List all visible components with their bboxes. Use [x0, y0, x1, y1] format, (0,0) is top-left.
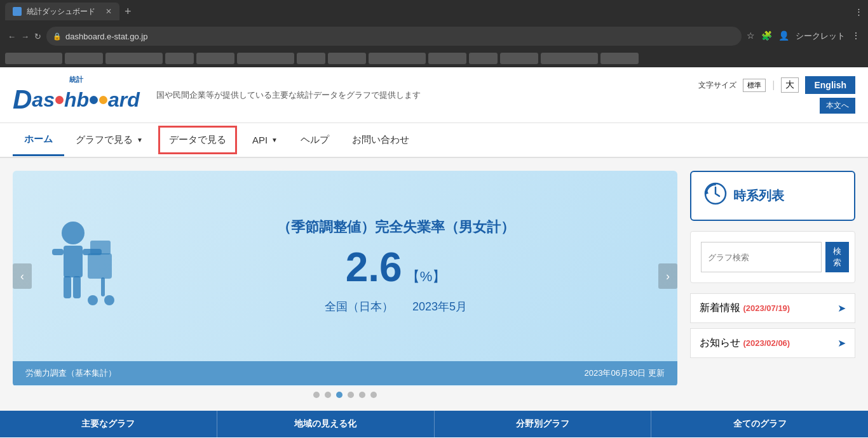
jikeiretsu-label: 時系列表 [733, 187, 784, 204]
carousel-location: 全国（日本） [325, 299, 393, 314]
carousel-content: （季節調整値）完全失業率（男女計） 2.6 【%】 全国（日本） 2023年5月 [133, 218, 658, 314]
url-input[interactable]: 🔒 dashboard.e-stat.go.jp [46, 27, 742, 46]
bottom-item-all-graphs[interactable]: 全てのグラフ [651, 411, 868, 437]
carousel-container: （季節調整値）完全失業率（男女計） 2.6 【%】 全国（日本） 2023年5月… [13, 171, 677, 387]
refresh-button[interactable]: ↻ [34, 32, 41, 41]
carousel-icon [32, 214, 114, 318]
font-divider: | [772, 79, 775, 91]
header-right: 文字サイズ 標準 | 大 English 本文へ [698, 76, 855, 114]
bottom-item-regional[interactable]: 地域の見える化 [217, 411, 435, 437]
search-row: 検索 [701, 242, 844, 272]
svg-rect-1 [64, 246, 83, 277]
carousel-inner: （季節調整値）完全失業率（男女計） 2.6 【%】 全国（日本） 2023年5月 [13, 171, 677, 361]
nav-api[interactable]: API [241, 126, 289, 154]
bookmark-3[interactable] [105, 53, 163, 64]
svg-rect-5 [73, 276, 81, 298]
svg-rect-2 [52, 249, 64, 255]
nav-home[interactable]: ホーム [13, 124, 64, 156]
bookmark-10[interactable] [428, 53, 466, 64]
carousel-dot-3[interactable] [336, 392, 342, 398]
extensions-icon[interactable]: 🧩 [761, 30, 772, 42]
carousel-value: 2.6 [346, 247, 402, 288]
bottom-bar: 主要なグラフ 地域の見える化 分野別グラフ 全てのグラフ [0, 411, 868, 437]
carousel-dot-1[interactable] [313, 392, 320, 398]
chrome-menu-icon[interactable]: ⋮ [851, 30, 860, 42]
profile-icon[interactable]: 👤 [778, 30, 789, 42]
tab-favicon [13, 7, 22, 16]
bookmark-2[interactable] [65, 53, 103, 64]
notice-header[interactable]: お知らせ (2023/02/06) ➤ [691, 329, 855, 357]
bookmark-11[interactable] [469, 53, 498, 64]
carousel-dot-2[interactable] [325, 392, 331, 398]
news-title-label: 新着情報 [700, 302, 740, 313]
notice-title-text: お知らせ (2023/02/06) [700, 336, 790, 350]
clock-icon [704, 182, 727, 209]
back-button[interactable]: ← [8, 32, 16, 41]
carousel-prev-button[interactable]: ‹ [13, 263, 32, 289]
search-button[interactable]: 検索 [825, 242, 849, 272]
carousel-date: 2023年5月 [412, 299, 467, 314]
logo-dot-blue [90, 96, 98, 104]
sidebar-right: 時系列表 検索 新着情報 (2023/07/19) ➤ お知らせ [690, 171, 855, 398]
logo-hboard: hb [64, 88, 89, 112]
bookmark-6[interactable] [237, 53, 294, 64]
bookmark-4[interactable] [165, 53, 194, 64]
address-bar: ← → ↻ 🔒 dashboard.e-stat.go.jp ☆ 🧩 👤 シーク… [0, 23, 868, 50]
bookmarks-bar [0, 50, 868, 67]
carousel-value-row: 2.6 【%】 [133, 247, 658, 288]
browser-tab[interactable]: 統計ダッシュボード ✕ [5, 3, 119, 20]
tab-title: 統計ダッシュボード [27, 6, 95, 17]
nav-data[interactable]: データで見る [158, 126, 237, 154]
main-nav: ホーム グラフで見る データで見る API ヘルプ お問い合わせ [0, 123, 868, 158]
bookmark-7[interactable] [297, 53, 325, 64]
person-cart-svg [32, 214, 114, 315]
lock-icon: 🔒 [53, 32, 62, 41]
carousel-title: （季節調整値）完全失業率（男女計） [133, 218, 658, 237]
english-button[interactable]: English [805, 76, 855, 94]
site-header: 統計 D as hb ard 国や民間企業等が提供している主要な統計データをグラ… [0, 67, 868, 123]
tab-close-button[interactable]: ✕ [105, 7, 112, 16]
new-tab-button[interactable]: + [125, 5, 132, 18]
bookmark-8[interactable] [328, 53, 366, 64]
bookmark-1[interactable] [5, 53, 62, 64]
bookmark-13[interactable] [541, 53, 598, 64]
logo-d: D [13, 84, 32, 115]
svg-rect-4 [64, 276, 71, 298]
nav-graph[interactable]: グラフで見る [64, 125, 154, 155]
bookmark-9[interactable] [369, 53, 426, 64]
logo-ash: as [32, 88, 55, 112]
news-header[interactable]: 新着情報 (2023/07/19) ➤ [691, 294, 855, 322]
notice-section: お知らせ (2023/02/06) ➤ [690, 328, 855, 358]
bookmark-5[interactable] [196, 53, 234, 64]
main-content: （季節調整値）完全失業率（男女計） 2.6 【%】 全国（日本） 2023年5月… [0, 158, 868, 411]
font-large-button[interactable]: 大 [781, 77, 799, 93]
star-icon[interactable]: ☆ [747, 30, 755, 42]
carousel-dot-6[interactable] [370, 392, 377, 398]
font-size-row: 文字サイズ 標準 | 大 English [698, 76, 855, 94]
search-input[interactable] [701, 242, 822, 272]
bookmark-12[interactable] [500, 53, 538, 64]
forward-button[interactable]: → [21, 32, 29, 41]
logo-stat-label: 統計 [69, 75, 83, 84]
carousel-next-button[interactable]: › [658, 263, 677, 289]
notice-title-label: お知らせ [700, 337, 740, 348]
bottom-item-main-graphs[interactable]: 主要なグラフ [0, 411, 217, 437]
browser-menu-icon[interactable]: ⋮ [855, 7, 863, 17]
svg-rect-7 [90, 241, 111, 255]
font-standard-button[interactable]: 標準 [743, 79, 766, 92]
bottom-item-category-graphs[interactable]: 分野別グラフ [435, 411, 652, 437]
nav-help[interactable]: ヘルプ [289, 125, 341, 155]
jikeiretsu-button[interactable]: 時系列表 [690, 171, 855, 221]
news-title-text: 新着情報 (2023/07/19) [700, 302, 790, 315]
news-section: 新着情報 (2023/07/19) ➤ [690, 293, 855, 323]
nav-contact[interactable]: お問い合わせ [341, 125, 421, 155]
font-size-label: 文字サイズ [698, 80, 736, 91]
carousel-dot-5[interactable] [359, 392, 365, 398]
bookmark-14[interactable] [600, 53, 639, 64]
url-text: dashboard.e-stat.go.jp [65, 32, 147, 41]
carousel-footer: 労働力調査（基本集計） 2023年06月30日 更新 [13, 361, 677, 385]
browser-toolbar: ☆ 🧩 👤 シークレット ⋮ [747, 30, 860, 42]
honbun-button[interactable]: 本文へ [820, 98, 855, 114]
carousel-dot-4[interactable] [348, 392, 354, 398]
svg-rect-6 [88, 253, 112, 279]
